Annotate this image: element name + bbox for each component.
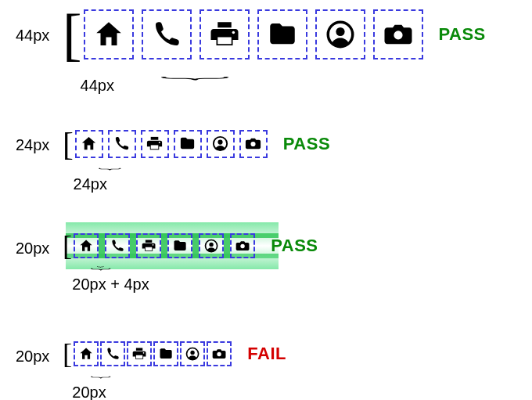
camera-icon xyxy=(244,135,262,153)
height-label: 20px xyxy=(16,341,63,366)
icon-strip xyxy=(75,130,268,158)
target-folder[interactable] xyxy=(257,9,307,59)
width-brace: ⏟ xyxy=(81,61,310,81)
folder-icon xyxy=(172,238,188,254)
target-printer[interactable] xyxy=(127,341,152,366)
measure-bracket: [ xyxy=(63,9,82,59)
home-icon xyxy=(92,18,125,51)
size-row-24: 24px[PASS xyxy=(0,130,532,158)
width-label: 44px xyxy=(81,77,114,95)
icon-strip xyxy=(84,9,423,59)
person-icon xyxy=(203,238,219,254)
target-printer[interactable] xyxy=(141,130,169,158)
target-camera[interactable] xyxy=(373,9,423,59)
target-phone[interactable] xyxy=(108,130,136,158)
status-pass: PASS xyxy=(271,236,318,256)
home-icon xyxy=(78,346,94,362)
person-icon xyxy=(211,135,229,153)
target-phone[interactable] xyxy=(100,341,125,366)
phone-icon xyxy=(110,238,125,254)
width-brace: ⏟ xyxy=(72,368,129,380)
target-camera[interactable] xyxy=(207,341,232,366)
target-phone[interactable] xyxy=(105,233,130,258)
camera-icon xyxy=(382,18,415,51)
printer-icon xyxy=(208,18,241,51)
folder-icon xyxy=(158,346,174,362)
target-person[interactable] xyxy=(180,341,205,366)
spacing-gap xyxy=(130,233,136,258)
person-icon xyxy=(324,18,357,51)
target-printer[interactable] xyxy=(200,9,250,59)
width-label: 24px xyxy=(74,175,107,193)
printer-icon xyxy=(141,238,156,254)
width-label: 20px + 4px xyxy=(72,276,149,294)
home-icon xyxy=(78,238,94,254)
status-fail: FAIL xyxy=(247,344,286,364)
target-person[interactable] xyxy=(199,233,224,258)
target-home[interactable] xyxy=(84,9,134,59)
target-folder[interactable] xyxy=(174,130,202,158)
status-pass: PASS xyxy=(439,24,486,45)
target-home[interactable] xyxy=(74,233,99,258)
icon-strip xyxy=(74,233,255,258)
width-label: 20px xyxy=(72,384,106,400)
measure-bracket: [ xyxy=(63,233,72,258)
printer-icon xyxy=(131,346,147,362)
size-row-20: 20px[PASS xyxy=(0,233,532,258)
measure-bracket: [ xyxy=(63,341,72,366)
height-label: 20px xyxy=(16,233,63,258)
printer-icon xyxy=(146,135,164,153)
gap-brace: ⏟ xyxy=(97,260,103,268)
home-icon xyxy=(80,135,98,153)
size-row-44: 44px[PASS xyxy=(0,9,532,59)
width-brace: ⏟ xyxy=(74,160,146,171)
camera-icon xyxy=(235,238,250,254)
person-icon xyxy=(185,346,200,362)
target-home[interactable] xyxy=(75,130,103,158)
phone-icon xyxy=(150,18,183,51)
target-camera[interactable] xyxy=(230,233,255,258)
target-folder[interactable] xyxy=(153,341,178,366)
target-folder[interactable] xyxy=(167,233,192,258)
phone-icon xyxy=(105,346,120,362)
spacing-gap xyxy=(224,233,230,258)
folder-icon xyxy=(266,18,299,51)
folder-icon xyxy=(178,135,196,153)
target-phone[interactable] xyxy=(142,9,192,59)
target-person[interactable] xyxy=(207,130,235,158)
target-camera[interactable] xyxy=(239,130,268,158)
phone-icon xyxy=(113,135,131,153)
measure-bracket: [ xyxy=(63,130,74,158)
spacing-gap xyxy=(99,233,105,258)
status-pass: PASS xyxy=(283,134,330,154)
camera-icon xyxy=(211,346,227,362)
icon-strip xyxy=(74,341,232,366)
spacing-gap xyxy=(161,233,167,258)
target-home[interactable] xyxy=(74,341,99,366)
target-person[interactable] xyxy=(315,9,365,59)
target-printer[interactable] xyxy=(136,233,161,258)
spacing-gap xyxy=(192,233,199,258)
size-row-20: 20px[FAIL xyxy=(0,341,532,366)
height-label: 44px xyxy=(16,9,63,45)
height-label: 24px xyxy=(16,130,63,154)
